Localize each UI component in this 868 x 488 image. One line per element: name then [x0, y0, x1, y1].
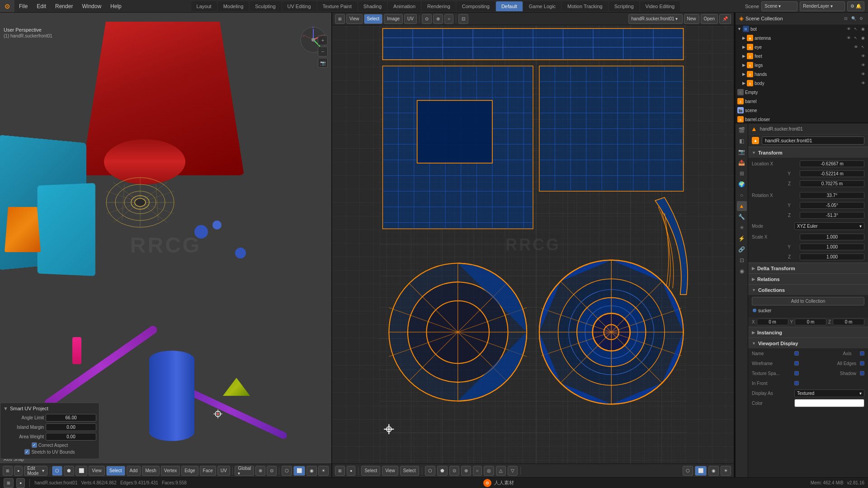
- view-btn[interactable]: View: [89, 466, 105, 476]
- legs-vis-btn[interactable]: 👁: [860, 62, 866, 68]
- rotation-mode-dropdown[interactable]: XYZ Euler ▾: [794, 222, 864, 230]
- collections-section-header[interactable]: ▼ Collections: [748, 284, 868, 295]
- uv-tool-2[interactable]: ⬟: [437, 466, 448, 476]
- edge-btn[interactable]: Edge: [181, 466, 198, 476]
- bot-vis-cursor[interactable]: ↖: [853, 26, 859, 32]
- uv-proportional[interactable]: ○: [444, 14, 453, 24]
- solid-btn[interactable]: ⬜: [293, 466, 305, 476]
- viewport-zoom-in[interactable]: +: [318, 35, 328, 45]
- eye-cursor-btn[interactable]: ↖: [860, 44, 866, 50]
- antenna-vis-render[interactable]: ◉: [860, 35, 866, 41]
- transform-section-header[interactable]: ▼ Transform: [748, 147, 868, 158]
- uv-sel-icon-2[interactable]: ●: [347, 466, 355, 476]
- viewport-display-header[interactable]: ▼ Viewport Display: [748, 338, 868, 348]
- prop-constraints-icon[interactable]: 🔗: [737, 244, 747, 254]
- uv-uv-btn[interactable]: UV: [404, 14, 417, 24]
- tab-rendering[interactable]: Rendering: [422, 1, 456, 11]
- vd-axis-color[interactable]: [860, 351, 864, 356]
- uv-view-btn[interactable]: View: [346, 14, 363, 24]
- vertex-select-btn[interactable]: ⬡: [52, 466, 62, 476]
- status-mode-icon[interactable]: ⊞: [4, 478, 14, 488]
- uv-view-btn-bottom[interactable]: View: [382, 466, 398, 476]
- props-name-input[interactable]: [762, 136, 864, 145]
- prop-modifier-icon[interactable]: 🔧: [737, 212, 747, 222]
- uv-tool-6[interactable]: ◎: [484, 466, 494, 476]
- menu-render[interactable]: Render: [51, 0, 77, 12]
- prop-object-icon[interactable]: ▲: [737, 201, 747, 211]
- uv-select-btn-bottom[interactable]: Select: [361, 466, 380, 476]
- uv-tool-5[interactable]: ○: [473, 466, 482, 476]
- outliner-search[interactable]: 🔍: [850, 15, 857, 22]
- instancing-section-header[interactable]: ▶ Instancing: [748, 327, 868, 338]
- delta-transform-header[interactable]: ▶ Delta Transform: [748, 263, 868, 273]
- tab-default[interactable]: Default: [496, 1, 523, 11]
- outliner-item-eye[interactable]: ▶ ▲ eye 👁 ↖: [736, 42, 868, 52]
- body-vis-btn[interactable]: 👁: [860, 80, 866, 86]
- wireframe-btn[interactable]: ⬡: [282, 466, 292, 476]
- prop-view-layer-icon[interactable]: ⊞: [737, 169, 747, 178]
- menu-help[interactable]: Help: [106, 0, 126, 12]
- material-btn[interactable]: ◉: [307, 466, 317, 476]
- outliner-item-antenna[interactable]: ▶ ▲ antenna 👁 ↖ ◉: [736, 33, 868, 42]
- eye-vis-btn[interactable]: 👁: [853, 44, 859, 50]
- uv-open-btn[interactable]: Open: [701, 14, 718, 24]
- select-btn-3d[interactable]: Select: [106, 466, 125, 476]
- x-coord-val[interactable]: 0 m: [757, 319, 788, 325]
- antenna-vis-eye[interactable]: 👁: [845, 35, 852, 41]
- scale-y-val[interactable]: 1.000: [800, 244, 864, 250]
- tab-uv-editing[interactable]: UV Editing: [282, 1, 316, 11]
- vd-texspace-color[interactable]: [794, 371, 799, 375]
- tab-animation[interactable]: Animation: [388, 1, 421, 11]
- proportional-icon[interactable]: ⊙: [267, 466, 277, 476]
- bot-vis-eye[interactable]: 👁: [845, 26, 852, 32]
- stretch-uv-check[interactable]: Stretch to UV Bounds: [24, 449, 75, 455]
- outliner-item-empty[interactable]: ○ Empty: [736, 88, 868, 97]
- prop-data-icon[interactable]: ⊡: [737, 255, 747, 265]
- menu-window[interactable]: Window: [77, 0, 106, 12]
- viewport-camera[interactable]: 📷: [318, 58, 328, 68]
- uv-view-mode-2[interactable]: ⬜: [695, 466, 707, 476]
- antenna-vis-cursor[interactable]: ↖: [853, 35, 859, 41]
- object-mode-icon[interactable]: ●: [14, 466, 23, 476]
- island-margin-value[interactable]: 0.00: [46, 423, 96, 431]
- outliner-item-feet[interactable]: ▶ ▲ feet 👁: [736, 52, 868, 61]
- tab-shading[interactable]: Shading: [358, 1, 387, 11]
- prop-render-icon[interactable]: 📷: [737, 147, 747, 157]
- vd-all-edges-color[interactable]: [860, 361, 864, 366]
- vd-name-color[interactable]: [794, 351, 799, 356]
- outliner-item-body[interactable]: ▶ ▲ body 👁: [736, 79, 868, 88]
- tab-texture-paint[interactable]: Texture Paint: [317, 1, 357, 11]
- edge-select-btn[interactable]: ⬟: [64, 466, 74, 476]
- face-btn[interactable]: Face: [200, 466, 216, 476]
- tab-sculpting[interactable]: Sculpting: [250, 1, 281, 11]
- uv-view-mode-3[interactable]: ◉: [708, 466, 719, 476]
- relations-section-header[interactable]: ▶ Relations: [748, 273, 868, 284]
- display-as-dropdown[interactable]: Textured ▾: [794, 389, 864, 397]
- uv-header-icon[interactable]: ⊞: [335, 14, 345, 24]
- y-coord-val[interactable]: 0 m: [795, 319, 826, 325]
- tab-scripting[interactable]: Scripting: [609, 1, 639, 11]
- prop-scene2-icon[interactable]: 🌍: [737, 179, 747, 189]
- location-x-val[interactable]: -0.62667 m: [800, 160, 864, 167]
- outliner-item-barrel[interactable]: ▲ barrel: [736, 97, 868, 106]
- viewport-zoom-out[interactable]: −: [318, 47, 328, 56]
- vd-wireframe-color[interactable]: [794, 361, 799, 366]
- outliner-options[interactable]: ⚙: [858, 15, 864, 22]
- prop-physics-icon[interactable]: ⚡: [737, 234, 747, 244]
- correct-aspect-checkbox[interactable]: [32, 442, 37, 448]
- feet-vis-btn[interactable]: 👁: [860, 53, 866, 59]
- top-icons[interactable]: ⚙ 🔔: [847, 1, 864, 11]
- area-weight-value[interactable]: 0.00: [46, 433, 96, 441]
- uv-view-mode-1[interactable]: ⬡: [683, 466, 693, 476]
- blender-logo[interactable]: ⊙: [0, 0, 14, 12]
- rotation-y-val[interactable]: -5.05°: [800, 202, 864, 209]
- outliner-item-hands[interactable]: ▶ ▲ hands 👁: [736, 70, 868, 79]
- location-y-val[interactable]: -0.52214 m: [800, 170, 864, 177]
- z-coord-val[interactable]: 0 m: [833, 319, 864, 325]
- add-collection-btn[interactable]: Add to Collection: [752, 297, 864, 305]
- outliner-item-legs[interactable]: ▶ ▲ legs 👁: [736, 61, 868, 70]
- uv-tool-4[interactable]: ⊕: [461, 466, 471, 476]
- uv-sel-mode-icon[interactable]: ⊞: [335, 466, 345, 476]
- bot-vis-render[interactable]: ◉: [860, 26, 866, 32]
- uv-image-btn[interactable]: Image: [384, 14, 403, 24]
